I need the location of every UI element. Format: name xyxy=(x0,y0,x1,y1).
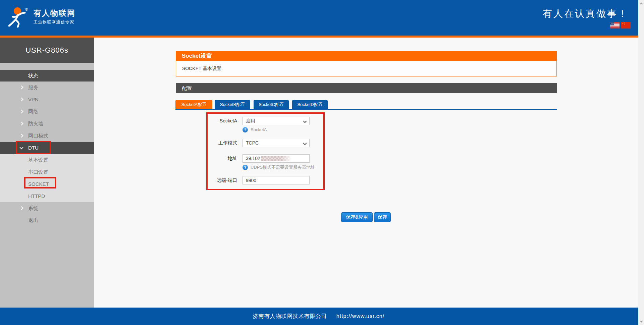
remote-port-label: 远端-端口 xyxy=(187,176,237,184)
sidebar-item-label: 网络 xyxy=(28,109,38,114)
sidebar-item-label: VPN xyxy=(28,97,39,102)
brand-subtitle: 工业物联网通信专家 xyxy=(34,19,74,25)
sidebar-item-basic-settings[interactable]: 基本设置 xyxy=(0,154,94,166)
work-mode-label: 工作模式 xyxy=(187,139,237,147)
address-input[interactable]: 39.102 xyxy=(243,154,310,163)
sidebar-item-label: HTTPD xyxy=(28,193,45,199)
help-text: SocketA xyxy=(251,127,267,132)
sidebar-item-label: DTU xyxy=(28,145,39,151)
socketa-select[interactable]: 启用 xyxy=(243,117,310,125)
sidebar-item-label: 系统 xyxy=(28,205,38,211)
chevron-down-icon xyxy=(303,141,307,145)
chinese-language-flag-icon[interactable] xyxy=(621,22,631,29)
config-section-title: 配置 xyxy=(176,83,557,93)
address-label: 地址 xyxy=(187,154,237,163)
registered-mark: ® xyxy=(25,7,28,11)
help-icon: ? xyxy=(243,165,248,170)
footer: 济南有人物联网技术有限公司 http://www.usr.cn/ xyxy=(0,308,644,325)
main-content: Socket设置 SOCKET 基本设置 配置 SocketA配置 Socket… xyxy=(94,38,638,308)
chevron-right-icon xyxy=(19,86,23,89)
sidebar-item-label: 串口设置 xyxy=(28,169,48,175)
sidebar-item-dtu[interactable]: DTU xyxy=(0,142,94,154)
sidebar-nav: USR-G806s 状态 服务 VPN 网络 防火墙 网口模式 DTU xyxy=(0,38,94,308)
socket-settings-panel-title: Socket设置 xyxy=(176,51,557,61)
sidebar-item-logout[interactable]: 退出 xyxy=(0,214,94,226)
chevron-right-icon xyxy=(19,206,23,210)
sidebar-item-serial-settings[interactable]: 串口设置 xyxy=(0,166,94,178)
scroll-down-icon[interactable] xyxy=(640,321,643,323)
help-icon: ? xyxy=(243,127,248,132)
chevron-right-icon xyxy=(19,98,23,101)
tab-underline xyxy=(175,109,557,110)
sidebar-separator xyxy=(0,63,94,70)
chevron-right-icon xyxy=(19,110,23,113)
socketa-select-value: 启用 xyxy=(246,118,255,123)
address-input-value: 39.102 xyxy=(246,156,260,161)
sidebar-item-label: SOCKET xyxy=(28,181,49,187)
english-language-flag-icon[interactable] xyxy=(610,22,620,29)
tab-socket-a[interactable]: SocketA配置 xyxy=(175,100,212,109)
sidebar-item-label: 退出 xyxy=(28,217,38,223)
sidebar-item-label: 状态 xyxy=(28,73,38,78)
sidebar-item-network[interactable]: 网络 xyxy=(0,106,94,118)
address-help: ? UDPS模式不需要设置服务器地址 xyxy=(243,164,315,170)
sidebar-item-system[interactable]: 系统 xyxy=(0,202,94,214)
sidebar-item-vpn[interactable]: VPN xyxy=(0,94,94,106)
sidebar-item-service[interactable]: 服务 xyxy=(0,82,94,94)
sidebar-item-socket[interactable]: SOCKET xyxy=(0,178,94,190)
tab-socket-c[interactable]: SocketC配置 xyxy=(254,100,289,109)
top-header: ® 有人物联网 工业物联网通信专家 有人在认真做事！ xyxy=(0,0,644,36)
chevron-right-icon xyxy=(19,122,23,125)
usr-logo-icon: ® xyxy=(7,7,29,28)
vertical-scrollbar[interactable] xyxy=(638,0,644,325)
remote-port-input[interactable] xyxy=(243,176,310,184)
censored-mosaic xyxy=(261,156,292,161)
sidebar-item-firewall[interactable]: 防火墙 xyxy=(0,118,94,130)
brand-name: 有人物联网 xyxy=(34,8,75,18)
save-apply-button[interactable]: 保存&应用 xyxy=(341,212,373,222)
work-mode-select-value: TCPC xyxy=(246,140,259,146)
save-button[interactable]: 保存 xyxy=(374,212,391,222)
socketa-label: SocketA xyxy=(187,117,237,125)
chevron-right-icon xyxy=(19,134,23,138)
sidebar-item-label: 网口模式 xyxy=(28,133,48,139)
footer-company: 济南有人物联网技术有限公司 xyxy=(253,313,327,320)
brand-slogan: 有人在认真做事！ xyxy=(543,7,629,20)
sidebar-item-label: 防火墙 xyxy=(28,121,43,126)
help-text: UDPS模式不需要设置服务器地址 xyxy=(251,164,315,170)
footer-url[interactable]: http://www.usr.cn/ xyxy=(336,313,384,319)
chevron-down-icon xyxy=(19,146,23,149)
sidebar-item-status[interactable]: 状态 xyxy=(0,70,94,82)
device-title: USR-G806s xyxy=(0,38,94,63)
socketa-help: ? SocketA xyxy=(243,127,267,132)
sidebar-item-label: 基本设置 xyxy=(28,157,48,163)
sidebar-item-label: 服务 xyxy=(28,85,38,90)
tab-socket-d[interactable]: SocketD配置 xyxy=(292,100,328,109)
chevron-down-icon xyxy=(303,119,307,123)
tab-socket-b[interactable]: SocketB配置 xyxy=(215,100,250,109)
sidebar-item-httpd[interactable]: HTTPD xyxy=(0,190,94,202)
scroll-up-icon[interactable] xyxy=(640,2,643,4)
socket-settings-panel-subtitle: SOCKET 基本设置 xyxy=(176,61,557,76)
sidebar-item-port-mode[interactable]: 网口模式 xyxy=(0,130,94,142)
work-mode-select[interactable]: TCPC xyxy=(243,139,310,147)
page: ® 有人物联网 工业物联网通信专家 有人在认真做事！ xyxy=(0,0,644,325)
